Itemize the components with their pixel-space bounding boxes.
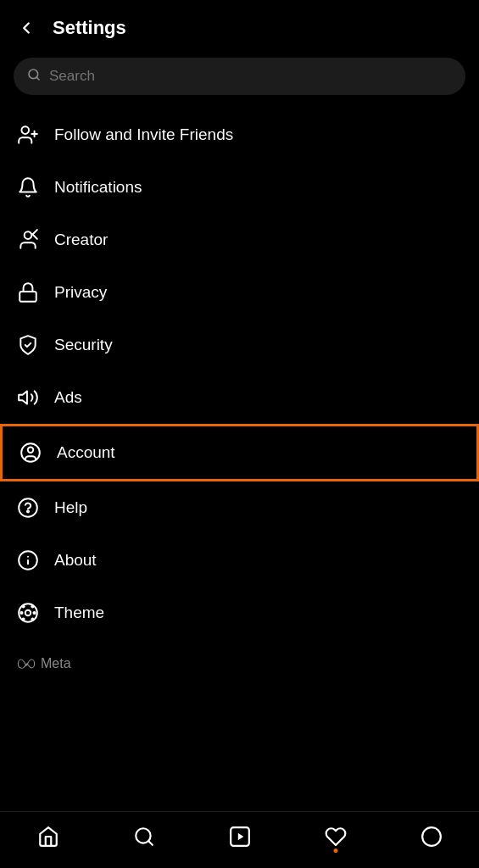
heart-icon (325, 826, 347, 848)
menu-item-about[interactable]: About (0, 534, 479, 587)
profile-icon (421, 826, 443, 848)
svg-marker-7 (19, 391, 27, 403)
svg-point-2 (21, 126, 29, 134)
svg-point-27 (422, 827, 441, 846)
menu-item-follow-invite[interactable]: Follow and Invite Friends (0, 108, 479, 161)
svg-point-20 (31, 619, 33, 620)
svg-point-5 (25, 231, 32, 239)
svg-point-10 (19, 498, 37, 517)
info-icon (17, 549, 39, 571)
search-input[interactable] (49, 68, 452, 85)
menu-item-ads[interactable]: Ads (0, 371, 479, 424)
theme-icon (17, 602, 39, 624)
home-icon (37, 826, 59, 848)
search-nav-icon (133, 826, 155, 848)
follow-icon (17, 124, 39, 146)
help-icon (17, 497, 39, 519)
svg-line-24 (148, 841, 153, 845)
menu-label-ads: Ads (54, 388, 82, 407)
svg-line-1 (36, 77, 39, 80)
account-icon (19, 442, 42, 464)
search-bar[interactable] (14, 58, 465, 95)
menu-label-security: Security (54, 336, 113, 354)
menu-item-creator[interactable]: Creator (0, 214, 479, 266)
lock-icon (17, 281, 39, 303)
menu-item-account[interactable]: Account (0, 424, 479, 481)
header: Settings (0, 0, 479, 51)
ads-icon (17, 387, 39, 409)
menu-label-help: Help (54, 498, 87, 517)
nav-item-likes[interactable] (311, 822, 360, 851)
svg-point-11 (27, 510, 29, 512)
likes-dot (333, 849, 337, 853)
menu-item-help[interactable]: Help (0, 481, 479, 534)
svg-marker-26 (237, 833, 243, 841)
menu-label-notifications: Notifications (54, 178, 142, 197)
back-button[interactable] (14, 15, 39, 41)
menu-item-theme[interactable]: Theme (0, 587, 479, 639)
page-title: Settings (53, 17, 126, 39)
nav-item-profile[interactable] (407, 822, 456, 851)
menu-label-creator: Creator (54, 231, 108, 249)
nav-item-home[interactable] (24, 822, 73, 851)
nav-item-reels[interactable] (215, 822, 265, 851)
svg-rect-6 (19, 292, 36, 302)
bottom-nav (0, 811, 479, 868)
svg-point-22 (20, 612, 22, 614)
bell-icon (17, 176, 39, 198)
nav-item-search[interactable] (120, 822, 169, 851)
reels-icon (229, 826, 251, 848)
menu-label-follow-invite: Follow and Invite Friends (54, 125, 233, 144)
menu-label-privacy: Privacy (54, 283, 107, 302)
menu-item-security[interactable]: Security (0, 319, 479, 371)
svg-point-21 (23, 619, 25, 620)
meta-logo-icon (17, 658, 36, 670)
search-icon (27, 68, 41, 85)
creator-icon (17, 229, 39, 251)
menu-label-theme: Theme (54, 604, 104, 622)
meta-footer: Meta (0, 639, 479, 739)
svg-point-19 (34, 612, 36, 614)
svg-point-9 (28, 448, 34, 453)
shield-icon (17, 334, 39, 356)
menu-item-notifications[interactable]: Notifications (0, 161, 479, 214)
svg-point-17 (23, 605, 25, 607)
menu-label-about: About (54, 551, 97, 570)
svg-point-18 (31, 605, 33, 607)
svg-point-16 (25, 610, 31, 616)
menu-list: Follow and Invite Friends Notifications … (0, 108, 479, 639)
menu-label-account: Account (57, 443, 115, 462)
meta-label: Meta (41, 656, 71, 671)
menu-item-privacy[interactable]: Privacy (0, 266, 479, 319)
